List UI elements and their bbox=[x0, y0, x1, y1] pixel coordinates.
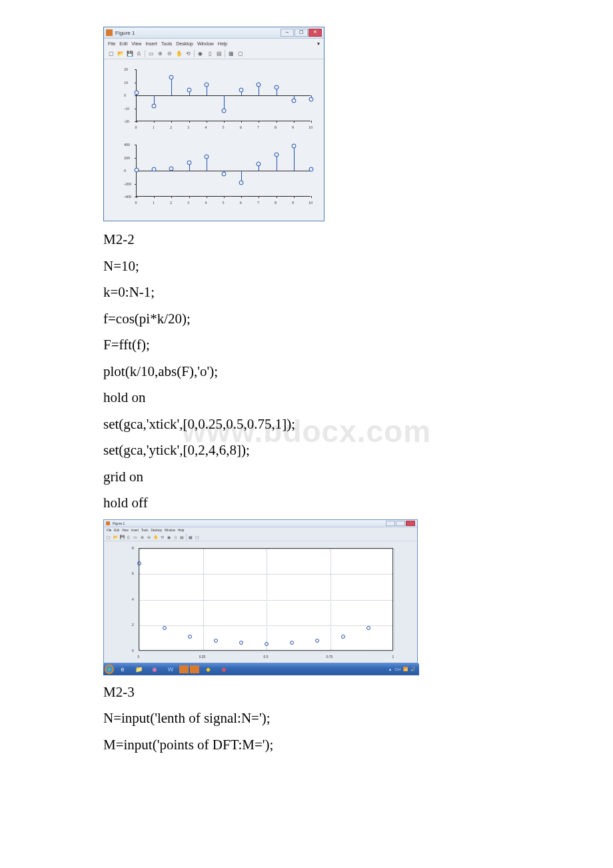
menu-edit[interactable]: Edit bbox=[114, 529, 119, 532]
pointer-icon[interactable]: ▭ bbox=[147, 50, 155, 57]
close-button[interactable]: ✕ bbox=[308, 29, 322, 37]
insert-icon[interactable]: ▢ bbox=[195, 535, 200, 540]
maximize-button[interactable]: ▢ bbox=[295, 29, 308, 37]
ie-icon[interactable]: e bbox=[115, 665, 130, 674]
matlab-icon[interactable] bbox=[179, 665, 189, 673]
zoom-out-icon[interactable]: ⊖ bbox=[146, 535, 151, 540]
open-icon[interactable]: 📂 bbox=[113, 535, 118, 540]
menubar: File Edit View Insert Tools Desktop Wind… bbox=[104, 39, 324, 48]
folder-icon[interactable]: 📁 bbox=[131, 665, 146, 674]
figure-icon[interactable] bbox=[190, 665, 199, 673]
windows-taskbar: e 📁 ◉ W ◆ ◉ ▲ CH 📶 🔊 bbox=[103, 663, 419, 675]
menu-help[interactable]: Help bbox=[178, 529, 184, 532]
menu-insert[interactable]: Insert bbox=[131, 529, 139, 532]
titlebar: Figure 1 – ▢ ✕ bbox=[104, 27, 324, 39]
code-line: F=fft(f); bbox=[103, 335, 510, 356]
code-line: N=input('lenth of signal:N='); bbox=[103, 708, 510, 729]
code-line: set(gca,'ytick',[0,2,4,6,8]); bbox=[103, 440, 510, 461]
new-icon[interactable]: ▢ bbox=[107, 50, 115, 57]
datacursor-icon[interactable]: ◉ bbox=[197, 50, 204, 57]
code-line: N=10; bbox=[103, 256, 510, 277]
legend-icon[interactable]: ▤ bbox=[179, 535, 185, 540]
heading-m23: M2-3 bbox=[103, 682, 510, 703]
code-line: set(gca,'xtick',[0,0.25,0.5,0.75,1]); bbox=[103, 414, 510, 435]
close-button[interactable] bbox=[406, 521, 415, 526]
colorbar-icon[interactable]: ▯ bbox=[173, 535, 178, 540]
menu-file[interactable]: File bbox=[107, 529, 111, 532]
menu-window[interactable]: Window bbox=[197, 41, 214, 46]
print-icon[interactable]: ⎙ bbox=[135, 50, 143, 57]
code-line: plot(k/10,abs(F),'o'); bbox=[103, 361, 510, 383]
save-icon[interactable]: 💾 bbox=[126, 50, 133, 57]
maximize-button[interactable] bbox=[396, 521, 405, 526]
window-title: Figure 1 bbox=[113, 521, 386, 525]
app-icon[interactable]: ◆ bbox=[201, 665, 215, 674]
menu-file[interactable]: File bbox=[108, 41, 115, 46]
word-icon[interactable]: W bbox=[163, 665, 178, 674]
menu-tools[interactable]: Tools bbox=[141, 529, 149, 532]
flag-icon: ▲ bbox=[388, 667, 392, 671]
separator bbox=[225, 50, 225, 57]
plot-area: -20-1001020012345678910 -400-20002004000… bbox=[104, 59, 324, 209]
code-line: hold on bbox=[103, 387, 510, 409]
vol-icon: 🔊 bbox=[410, 667, 415, 671]
lang-icon: CH bbox=[394, 667, 400, 671]
datacursor-icon[interactable]: ◉ bbox=[166, 535, 171, 540]
colorbar-icon[interactable]: ▯ bbox=[206, 50, 213, 57]
pan-icon[interactable]: ✋ bbox=[175, 50, 183, 57]
pan-icon[interactable]: ✋ bbox=[153, 535, 158, 540]
rotate-icon[interactable]: ⟲ bbox=[159, 535, 165, 540]
minimize-button[interactable]: – bbox=[281, 29, 294, 37]
matlab-icon bbox=[106, 521, 110, 525]
open-icon[interactable]: 📂 bbox=[117, 50, 124, 57]
minimize-button[interactable] bbox=[386, 521, 395, 526]
player-icon[interactable]: ◉ bbox=[147, 665, 162, 674]
matlab-figure-2: Figure 1 File Edit View Insert Tools Des… bbox=[103, 519, 416, 674]
window-title: Figure 1 bbox=[115, 30, 281, 36]
separator bbox=[145, 50, 145, 57]
menubar: File Edit View Insert Tools Desktop Wind… bbox=[104, 527, 417, 534]
plot-area: 0246800.250.50.751 bbox=[104, 541, 417, 663]
titlebar: Figure 1 bbox=[104, 520, 417, 527]
menu-view[interactable]: View bbox=[122, 529, 129, 532]
separator bbox=[186, 533, 187, 541]
linkplot-icon[interactable]: ▦ bbox=[188, 535, 193, 540]
zoom-in-icon[interactable]: ⊕ bbox=[139, 535, 145, 540]
menu-insert[interactable]: Insert bbox=[145, 41, 157, 46]
zoom-out-icon[interactable]: ⊖ bbox=[166, 50, 173, 57]
axes-3: 0246800.250.50.751 bbox=[129, 545, 396, 659]
net-icon: 📶 bbox=[403, 667, 408, 671]
legend-icon[interactable]: ▤ bbox=[215, 50, 223, 57]
menu-window[interactable]: Window bbox=[165, 529, 175, 532]
zoom-in-icon[interactable]: ⊕ bbox=[157, 50, 164, 57]
menu-edit[interactable]: Edit bbox=[119, 41, 127, 46]
systray[interactable]: ▲ CH 📶 🔊 bbox=[388, 667, 418, 671]
matlab-figure-1: Figure 1 – ▢ ✕ File Edit View Insert Too… bbox=[103, 27, 324, 221]
menu-view[interactable]: View bbox=[131, 41, 141, 46]
app-icon[interactable]: ◉ bbox=[217, 665, 231, 674]
linkplot-icon[interactable]: ▦ bbox=[227, 50, 235, 57]
pointer-icon[interactable]: ▭ bbox=[133, 535, 138, 540]
menu-overflow-icon[interactable]: ▾ bbox=[317, 41, 320, 47]
toolbar: ▢ 📂 💾 ⎙ ▭ ⊕ ⊖ ✋ ⟲ ◉ ▯ ▤ ▦ ▢ bbox=[104, 48, 324, 59]
rotate-icon[interactable]: ⟲ bbox=[185, 50, 192, 57]
separator bbox=[194, 50, 195, 57]
save-icon[interactable]: 💾 bbox=[119, 535, 125, 540]
menu-help[interactable]: Help bbox=[218, 41, 227, 46]
print-icon[interactable]: ⎙ bbox=[126, 535, 131, 540]
code-line: grid on bbox=[103, 467, 510, 488]
heading-m22: M2-2 bbox=[103, 229, 510, 251]
code-line: hold off bbox=[103, 493, 510, 514]
toolbar: ▢ 📂 💾 ⎙ ▭ ⊕ ⊖ ✋ ⟲ ◉ ▯ ▤ ▦ ▢ bbox=[104, 534, 417, 541]
axes-2: -400-2000200400012345678910 bbox=[124, 141, 310, 205]
axes-1: -20-1001020012345678910 bbox=[124, 66, 310, 129]
menu-desktop[interactable]: Desktop bbox=[151, 529, 163, 532]
code-line: M=input('points of DFT:M='); bbox=[103, 735, 510, 756]
code-line: k=0:N-1; bbox=[103, 282, 510, 303]
start-button[interactable] bbox=[105, 665, 114, 674]
new-icon[interactable]: ▢ bbox=[106, 535, 111, 540]
menu-tools[interactable]: Tools bbox=[161, 41, 172, 46]
insert-icon[interactable]: ▢ bbox=[237, 50, 244, 57]
code-line: f=cos(pi*k/20); bbox=[103, 309, 510, 330]
menu-desktop[interactable]: Desktop bbox=[176, 41, 193, 46]
